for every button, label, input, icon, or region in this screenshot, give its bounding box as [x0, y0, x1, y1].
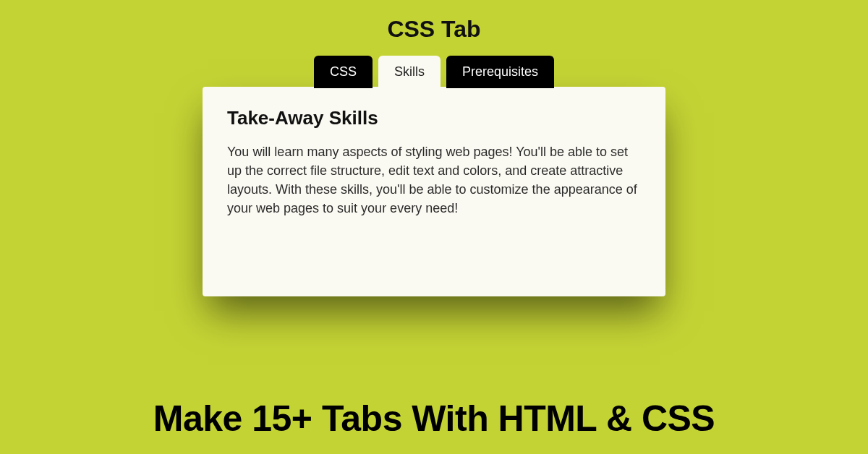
tab-panel: Take-Away Skills You will learn many asp…: [203, 87, 665, 296]
panel-body: You will learn many aspects of styling w…: [227, 142, 641, 218]
banner-title: Make 15+ Tabs With HTML & CSS: [0, 398, 868, 440]
tab-skills[interactable]: Skills: [378, 56, 441, 88]
tab-prerequisites[interactable]: Prerequisites: [446, 56, 554, 88]
panel-heading: Take-Away Skills: [227, 107, 641, 129]
tab-row: CSS Skills Prerequisites: [203, 56, 665, 88]
tab-css[interactable]: CSS: [314, 56, 373, 88]
page-title: CSS Tab: [0, 0, 868, 43]
tab-component: CSS Skills Prerequisites Take-Away Skill…: [203, 56, 665, 296]
